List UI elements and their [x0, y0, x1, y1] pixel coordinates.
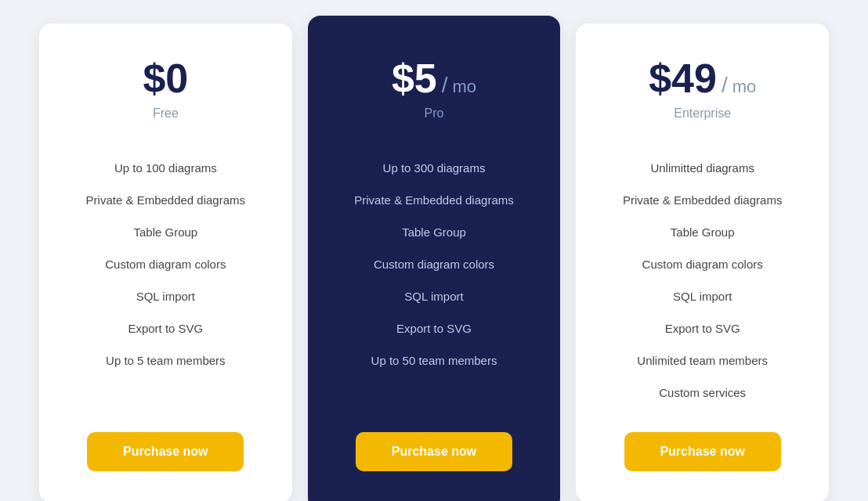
features-list: Unlimitted diagramsPrivate & Embedded di… — [599, 152, 805, 409]
price-display: $0 — [143, 55, 188, 102]
features-list: Up to 300 diagramsPrivate & Embedded dia… — [331, 152, 537, 409]
price-divider: / — [442, 73, 448, 98]
feature-item: Custom diagram colors — [63, 248, 269, 280]
pricing-container: $0FreeUp to 100 diagramsPrivate & Embedd… — [0, 0, 868, 501]
pricing-card-pro: $5 /moProUp to 300 diagramsPrivate & Emb… — [308, 16, 561, 501]
price-display: $49 /mo — [649, 55, 756, 102]
price-amount: $49 — [649, 55, 717, 102]
purchase-button[interactable]: Purchase now — [624, 432, 781, 471]
price-amount: $5 — [392, 55, 437, 102]
feature-item: SQL import — [63, 280, 269, 312]
feature-item: Custom services — [599, 377, 805, 409]
plan-name: Pro — [425, 106, 444, 121]
feature-item: Custom diagram colors — [331, 248, 537, 280]
feature-item: Custom diagram colors — [599, 248, 805, 280]
feature-item: Up to 300 diagrams — [331, 152, 537, 184]
feature-item: Export to SVG — [599, 312, 805, 344]
price-period: mo — [453, 77, 477, 97]
price-period: mo — [732, 77, 757, 97]
price-amount: $0 — [143, 55, 188, 102]
feature-item: Private & Embedded diagrams — [63, 184, 269, 216]
pricing-card-enterprise: $49 /moEnterpriseUnlimitted diagramsPriv… — [576, 23, 829, 501]
feature-item: Table Group — [63, 216, 269, 248]
feature-item: Up to 100 diagrams — [63, 152, 269, 184]
feature-item: Export to SVG — [331, 312, 537, 344]
price-divider: / — [722, 73, 728, 98]
feature-item: Unlimitted diagrams — [599, 152, 805, 184]
feature-item: SQL import — [599, 280, 805, 312]
feature-item: Up to 5 team members — [63, 344, 269, 377]
feature-item: Up to 50 team members — [331, 344, 537, 377]
feature-item: Table Group — [599, 216, 805, 248]
features-list: Up to 100 diagramsPrivate & Embedded dia… — [63, 152, 269, 409]
pricing-card-free: $0FreeUp to 100 diagramsPrivate & Embedd… — [39, 23, 292, 501]
purchase-button[interactable]: Purchase now — [87, 432, 244, 471]
plan-name: Enterprise — [674, 106, 731, 121]
feature-item: SQL import — [331, 280, 537, 312]
feature-item: Private & Embedded diagrams — [331, 184, 537, 216]
feature-item: Unlimited team members — [599, 344, 805, 377]
feature-item: Table Group — [331, 216, 537, 248]
feature-item: Export to SVG — [63, 312, 269, 344]
purchase-button[interactable]: Purchase now — [356, 432, 512, 471]
feature-item: Private & Embedded diagrams — [599, 184, 805, 216]
price-display: $5 /mo — [392, 55, 476, 102]
plan-name: Free — [153, 106, 179, 121]
